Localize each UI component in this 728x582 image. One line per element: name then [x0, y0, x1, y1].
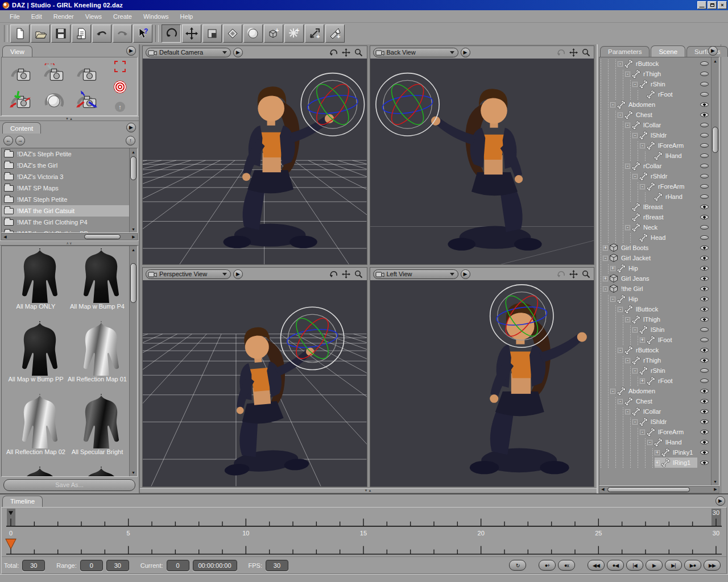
- close-button[interactable]: ×: [718, 1, 727, 9]
- tree-expander[interactable]: -: [632, 133, 638, 138]
- visibility-eye-icon[interactable]: [700, 72, 709, 76]
- tree-row[interactable]: - rShin: [599, 365, 711, 376]
- tree-row[interactable]: - lButtock: [599, 304, 711, 314]
- aim-camera-tool[interactable]: [114, 81, 126, 93]
- tree-row[interactable]: - Abdomen: [599, 99, 711, 110]
- visibility-eye-icon[interactable]: [700, 348, 709, 352]
- tree-row[interactable]: - lForeArm: [599, 427, 711, 437]
- save-file-button[interactable]: [51, 24, 71, 43]
- tree-expander[interactable]: -: [610, 297, 615, 302]
- tree-expander[interactable]: +: [640, 338, 645, 343]
- tree-row[interactable]: + lRing1: [599, 458, 711, 468]
- surface-tool-button[interactable]: [223, 24, 242, 43]
- visibility-eye-icon[interactable]: [700, 61, 709, 66]
- visibility-eye-icon[interactable]: [700, 338, 709, 342]
- go-to-end-button[interactable]: ▶▶: [704, 560, 721, 571]
- viewport-zoom-icon[interactable]: [354, 269, 364, 279]
- tree-row[interactable]: rHand: [599, 192, 711, 202]
- visibility-eye-icon[interactable]: [700, 440, 709, 444]
- visibility-eye-icon[interactable]: [700, 102, 709, 107]
- timeline-menu-button[interactable]: ▶: [715, 496, 725, 506]
- tree-row[interactable]: - rThigh: [599, 69, 711, 79]
- viewport-options-button[interactable]: ▶: [233, 269, 243, 279]
- visibility-eye-icon[interactable]: [700, 286, 709, 291]
- create-camera-button[interactable]: +: [305, 24, 324, 43]
- tree-expander[interactable]: -: [625, 72, 630, 77]
- sphere-tool-button[interactable]: [243, 24, 263, 43]
- visibility-eye-icon[interactable]: [700, 123, 709, 127]
- tree-expander[interactable]: [640, 92, 645, 97]
- visibility-eye-icon[interactable]: [700, 389, 709, 393]
- menu-render[interactable]: Render: [48, 12, 79, 21]
- tree-row[interactable]: - rButtock: [599, 59, 711, 69]
- visibility-eye-icon[interactable]: [700, 399, 709, 404]
- tree-row[interactable]: rFoot: [599, 89, 711, 99]
- tree-expander[interactable]: -: [610, 102, 615, 107]
- viewport-canvas[interactable]: [370, 280, 594, 486]
- visibility-eye-icon[interactable]: [700, 409, 709, 414]
- viewport-canvas[interactable]: [143, 59, 367, 264]
- visibility-eye-icon[interactable]: [700, 276, 709, 281]
- folder-item[interactable]: !MAT Steph Petite: [2, 194, 129, 205]
- loop-button[interactable]: ↻: [509, 560, 526, 571]
- visibility-eye-icon[interactable]: [700, 235, 709, 240]
- viewport-zoom-icon[interactable]: [354, 47, 364, 57]
- current-frame-field[interactable]: 0: [167, 560, 189, 571]
- tree-row[interactable]: - lShldr: [599, 417, 711, 427]
- scene-tree-hscrollbar[interactable]: ◀ ▶: [599, 486, 719, 493]
- tree-row[interactable]: + lPinky1: [599, 447, 711, 458]
- previous-keyframe-button[interactable]: ●◀: [607, 560, 624, 571]
- scroll-left-arrow[interactable]: ◀: [2, 235, 9, 239]
- fps-field[interactable]: 30: [266, 560, 288, 571]
- menu-views[interactable]: Views: [80, 12, 107, 21]
- tree-row[interactable]: - Abdomen: [599, 386, 711, 396]
- tree-row[interactable]: - !the Girl: [599, 284, 711, 294]
- tree-row[interactable]: Head: [599, 232, 711, 243]
- tree-expander[interactable]: -: [618, 61, 623, 66]
- scroll-left-arrow[interactable]: ◀: [599, 487, 606, 492]
- step-back-button[interactable]: |◀: [626, 560, 643, 571]
- material-thumbnail[interactable]: [5, 467, 67, 476]
- redo-button[interactable]: [113, 24, 132, 43]
- visibility-eye-icon[interactable]: [700, 379, 709, 383]
- view-panel-menu-button[interactable]: ▶: [126, 46, 136, 56]
- pan-camera-tool[interactable]: [38, 60, 70, 86]
- create-spotlight-button[interactable]: +: [325, 24, 345, 43]
- tab-surfaces[interactable]: Surfaces: [686, 46, 728, 57]
- material-thumbnail[interactable]: All Map ONLY: [5, 248, 67, 321]
- scroll-down-arrow[interactable]: ▼: [131, 469, 135, 476]
- viewport-pan-icon[interactable]: [568, 47, 578, 57]
- restore-button[interactable]: [708, 1, 717, 9]
- total-frames-field[interactable]: 30: [22, 560, 45, 571]
- tree-expander[interactable]: +: [640, 379, 645, 384]
- tree-row[interactable]: - rForeArm: [599, 181, 711, 192]
- tab-view[interactable]: View: [2, 45, 32, 57]
- visibility-eye-icon[interactable]: [700, 174, 709, 178]
- tree-expander[interactable]: -: [625, 123, 630, 128]
- rotate-tool-button[interactable]: [162, 24, 181, 43]
- tab-scene[interactable]: Scene: [651, 45, 685, 57]
- tree-expander[interactable]: +: [603, 246, 608, 251]
- orbit-camera-tool[interactable]: [5, 60, 37, 86]
- visibility-eye-icon[interactable]: [700, 225, 709, 230]
- camera-selector-dropdown[interactable]: Perspective View: [146, 269, 231, 279]
- visibility-eye-icon[interactable]: [700, 266, 709, 271]
- tree-row[interactable]: - Girl Jacket: [599, 253, 711, 263]
- reset-camera-tool[interactable]: ↑: [115, 102, 125, 112]
- visibility-eye-icon[interactable]: [700, 450, 709, 455]
- tree-row[interactable]: - Chest: [599, 396, 711, 406]
- folder-item[interactable]: !DAZ's the Girl: [2, 160, 129, 171]
- menu-help[interactable]: Help: [175, 12, 198, 21]
- material-thumbnail[interactable]: All Map w Bump PP: [5, 321, 67, 394]
- visibility-eye-icon[interactable]: [700, 256, 709, 260]
- camera-selector-dropdown[interactable]: Default Camera: [146, 48, 231, 57]
- visibility-eye-icon[interactable]: [700, 194, 709, 199]
- scroll-down-arrow[interactable]: ▼: [131, 226, 135, 232]
- tree-expander[interactable]: -: [632, 419, 638, 425]
- content-panel-menu-button[interactable]: ▶: [126, 123, 136, 132]
- tree-expander[interactable]: -: [632, 368, 638, 373]
- content-forward-button[interactable]: →: [15, 136, 25, 146]
- tree-expander[interactable]: +: [655, 450, 660, 455]
- dolly-camera-tool[interactable]: [38, 87, 70, 113]
- folder-list-vscrollbar[interactable]: ▲ ▼: [129, 148, 137, 232]
